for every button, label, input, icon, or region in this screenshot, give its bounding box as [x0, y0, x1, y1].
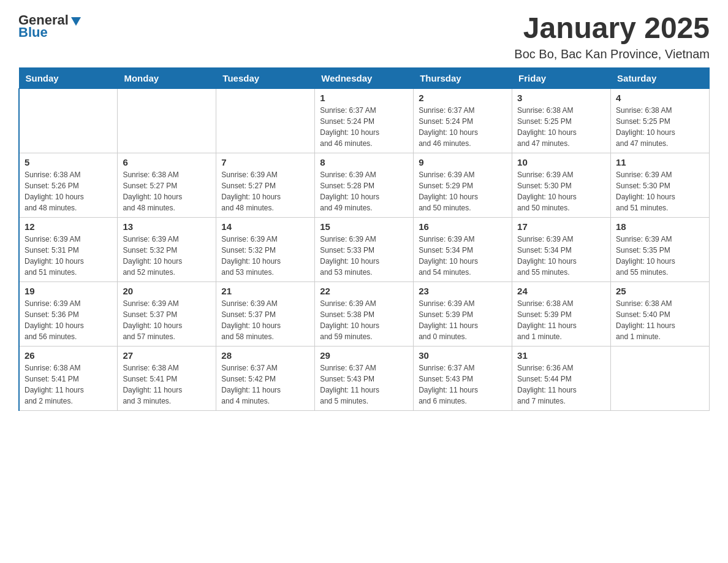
calendar-day-cell: 30Sunrise: 6:37 AM Sunset: 5:43 PM Dayli… — [414, 346, 512, 410]
calendar-day-cell: 9Sunrise: 6:39 AM Sunset: 5:29 PM Daylig… — [414, 153, 512, 217]
day-number: 14 — [221, 221, 309, 232]
calendar-day-cell: 11Sunrise: 6:39 AM Sunset: 5:30 PM Dayli… — [611, 153, 710, 217]
day-info: Sunrise: 6:39 AM Sunset: 5:27 PM Dayligh… — [221, 169, 309, 213]
day-info: Sunrise: 6:38 AM Sunset: 5:25 PM Dayligh… — [616, 105, 704, 149]
day-number: 2 — [419, 93, 507, 103]
day-number: 4 — [616, 93, 704, 103]
calendar-day-cell: 1Sunrise: 6:37 AM Sunset: 5:24 PM Daylig… — [315, 88, 414, 153]
calendar-day-cell: 2Sunrise: 6:37 AM Sunset: 5:24 PM Daylig… — [414, 88, 512, 153]
day-info: Sunrise: 6:39 AM Sunset: 5:39 PM Dayligh… — [419, 298, 507, 342]
day-info: Sunrise: 6:39 AM Sunset: 5:37 PM Dayligh… — [123, 298, 211, 342]
calendar-day-header: Monday — [118, 67, 216, 88]
calendar-day-cell — [216, 88, 315, 153]
calendar-day-cell: 7Sunrise: 6:39 AM Sunset: 5:27 PM Daylig… — [216, 153, 315, 217]
day-number: 16 — [419, 221, 507, 232]
day-number: 30 — [419, 350, 507, 361]
calendar-day-cell: 6Sunrise: 6:38 AM Sunset: 5:27 PM Daylig… — [118, 153, 216, 217]
calendar-day-header: Sunday — [19, 67, 118, 88]
day-info: Sunrise: 6:39 AM Sunset: 5:31 PM Dayligh… — [25, 234, 112, 278]
day-info: Sunrise: 6:37 AM Sunset: 5:24 PM Dayligh… — [419, 105, 507, 149]
calendar-day-header: Friday — [512, 67, 611, 88]
calendar-day-header: Saturday — [611, 67, 710, 88]
logo-triangle-icon — [70, 15, 82, 27]
day-number: 11 — [616, 157, 704, 167]
day-info: Sunrise: 6:39 AM Sunset: 5:32 PM Dayligh… — [221, 234, 309, 278]
day-number: 22 — [320, 286, 408, 296]
day-number: 28 — [221, 350, 309, 361]
page-title: January 2025 — [514, 12, 710, 45]
day-number: 17 — [517, 221, 605, 232]
day-number: 6 — [123, 157, 211, 167]
day-info: Sunrise: 6:39 AM Sunset: 5:32 PM Dayligh… — [123, 234, 211, 278]
calendar-day-cell: 4Sunrise: 6:38 AM Sunset: 5:25 PM Daylig… — [611, 88, 710, 153]
calendar-day-cell: 14Sunrise: 6:39 AM Sunset: 5:32 PM Dayli… — [216, 217, 315, 282]
day-number: 19 — [25, 286, 112, 296]
day-number: 29 — [320, 350, 408, 361]
calendar-day-cell: 20Sunrise: 6:39 AM Sunset: 5:37 PM Dayli… — [118, 282, 216, 346]
day-number: 1 — [320, 93, 408, 103]
day-info: Sunrise: 6:37 AM Sunset: 5:42 PM Dayligh… — [221, 362, 309, 407]
calendar-day-cell: 26Sunrise: 6:38 AM Sunset: 5:41 PM Dayli… — [19, 346, 118, 410]
day-number: 27 — [123, 350, 211, 361]
day-info: Sunrise: 6:38 AM Sunset: 5:41 PM Dayligh… — [25, 362, 112, 407]
day-number: 3 — [517, 93, 605, 103]
svg-marker-0 — [71, 17, 81, 26]
day-info: Sunrise: 6:39 AM Sunset: 5:30 PM Dayligh… — [616, 169, 704, 213]
day-info: Sunrise: 6:39 AM Sunset: 5:35 PM Dayligh… — [616, 234, 704, 278]
day-number: 13 — [123, 221, 211, 232]
day-number: 8 — [320, 157, 408, 167]
day-info: Sunrise: 6:37 AM Sunset: 5:24 PM Dayligh… — [320, 105, 408, 149]
day-info: Sunrise: 6:38 AM Sunset: 5:27 PM Dayligh… — [123, 169, 211, 213]
day-info: Sunrise: 6:39 AM Sunset: 5:29 PM Dayligh… — [419, 169, 507, 213]
day-info: Sunrise: 6:39 AM Sunset: 5:33 PM Dayligh… — [320, 234, 408, 278]
day-info: Sunrise: 6:39 AM Sunset: 5:34 PM Dayligh… — [419, 234, 507, 278]
day-info: Sunrise: 6:38 AM Sunset: 5:41 PM Dayligh… — [123, 362, 211, 407]
day-number: 15 — [320, 221, 408, 232]
calendar-day-cell: 23Sunrise: 6:39 AM Sunset: 5:39 PM Dayli… — [414, 282, 512, 346]
logo-blue-text: Blue — [18, 25, 48, 40]
day-number: 9 — [419, 157, 507, 167]
calendar-week-row: 5Sunrise: 6:38 AM Sunset: 5:26 PM Daylig… — [19, 153, 710, 217]
day-number: 12 — [25, 221, 112, 232]
calendar-day-cell: 3Sunrise: 6:38 AM Sunset: 5:25 PM Daylig… — [512, 88, 611, 153]
calendar-day-cell: 8Sunrise: 6:39 AM Sunset: 5:28 PM Daylig… — [315, 153, 414, 217]
day-info: Sunrise: 6:38 AM Sunset: 5:40 PM Dayligh… — [616, 298, 704, 342]
calendar-header-row: SundayMondayTuesdayWednesdayThursdayFrid… — [19, 67, 710, 88]
header-right: January 2025 Boc Bo, Bac Kan Province, V… — [514, 12, 710, 61]
day-number: 23 — [419, 286, 507, 296]
page-subtitle: Boc Bo, Bac Kan Province, Vietnam — [514, 47, 710, 61]
day-info: Sunrise: 6:37 AM Sunset: 5:43 PM Dayligh… — [419, 362, 507, 407]
calendar-day-cell — [19, 88, 118, 153]
calendar-week-row: 19Sunrise: 6:39 AM Sunset: 5:36 PM Dayli… — [19, 282, 710, 346]
day-number: 20 — [123, 286, 211, 296]
calendar-day-cell: 25Sunrise: 6:38 AM Sunset: 5:40 PM Dayli… — [611, 282, 710, 346]
day-number: 24 — [517, 286, 605, 296]
day-number: 26 — [25, 350, 112, 361]
calendar-day-header: Tuesday — [216, 67, 315, 88]
calendar-day-cell: 17Sunrise: 6:39 AM Sunset: 5:34 PM Dayli… — [512, 217, 611, 282]
day-number: 31 — [517, 350, 605, 361]
day-info: Sunrise: 6:38 AM Sunset: 5:25 PM Dayligh… — [517, 105, 605, 149]
day-info: Sunrise: 6:38 AM Sunset: 5:39 PM Dayligh… — [517, 298, 605, 342]
calendar-day-cell: 24Sunrise: 6:38 AM Sunset: 5:39 PM Dayli… — [512, 282, 611, 346]
day-number: 21 — [221, 286, 309, 296]
calendar-week-row: 26Sunrise: 6:38 AM Sunset: 5:41 PM Dayli… — [19, 346, 710, 410]
day-info: Sunrise: 6:39 AM Sunset: 5:38 PM Dayligh… — [320, 298, 408, 342]
day-info: Sunrise: 6:39 AM Sunset: 5:28 PM Dayligh… — [320, 169, 408, 213]
calendar-week-row: 1Sunrise: 6:37 AM Sunset: 5:24 PM Daylig… — [19, 88, 710, 153]
calendar-day-cell: 5Sunrise: 6:38 AM Sunset: 5:26 PM Daylig… — [19, 153, 118, 217]
calendar-day-cell — [611, 346, 710, 410]
calendar-day-header: Thursday — [414, 67, 512, 88]
calendar-table: SundayMondayTuesdayWednesdayThursdayFrid… — [18, 67, 710, 411]
calendar-day-header: Wednesday — [315, 67, 414, 88]
day-info: Sunrise: 6:39 AM Sunset: 5:36 PM Dayligh… — [25, 298, 112, 342]
calendar-day-cell: 13Sunrise: 6:39 AM Sunset: 5:32 PM Dayli… — [118, 217, 216, 282]
calendar-day-cell: 18Sunrise: 6:39 AM Sunset: 5:35 PM Dayli… — [611, 217, 710, 282]
logo: General Blue — [18, 12, 82, 40]
calendar-day-cell: 22Sunrise: 6:39 AM Sunset: 5:38 PM Dayli… — [315, 282, 414, 346]
calendar-day-cell: 10Sunrise: 6:39 AM Sunset: 5:30 PM Dayli… — [512, 153, 611, 217]
calendar-day-cell: 12Sunrise: 6:39 AM Sunset: 5:31 PM Dayli… — [19, 217, 118, 282]
calendar-day-cell: 31Sunrise: 6:36 AM Sunset: 5:44 PM Dayli… — [512, 346, 611, 410]
day-info: Sunrise: 6:39 AM Sunset: 5:37 PM Dayligh… — [221, 298, 309, 342]
day-info: Sunrise: 6:36 AM Sunset: 5:44 PM Dayligh… — [517, 362, 605, 407]
